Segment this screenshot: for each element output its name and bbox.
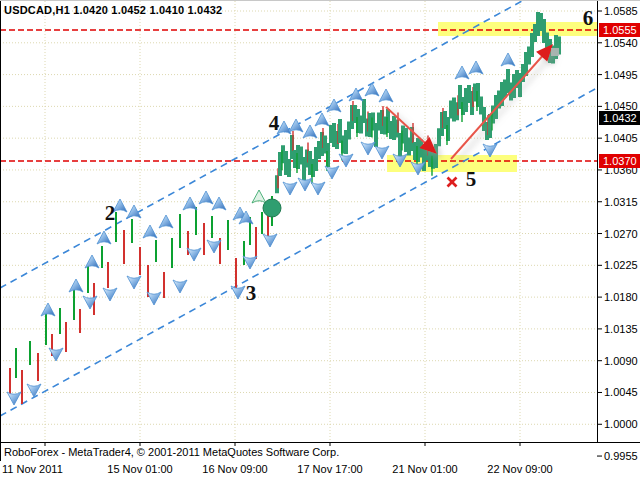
fractal-down-icon [27,384,41,397]
y-axis-label: 1.0000 [604,418,638,430]
y-axis-label: 1.0090 [604,355,638,367]
fractal-down-icon [311,182,325,195]
fractal-up-icon [69,279,83,292]
fractal-down-icon [263,234,277,247]
fractal-down-icon [103,288,117,301]
fractal-up-icon [501,53,515,66]
price-tag-label: 1.0432 [603,112,637,124]
fractal-up-icon [41,303,55,316]
fractal-down-icon [339,154,353,167]
y-axis-label: 1.0225 [604,259,638,271]
y-axis-label: 0.9955 [604,450,638,462]
wave-label: 4 [269,111,280,135]
copyright-text: RoboForex - MetaTrader4, © 2001-2011 Met… [4,446,339,458]
fractal-up-icon [252,190,266,203]
fractal-up-icon [365,83,379,96]
fractal-up-icon [455,66,469,79]
x-axis-label: 21 Nov 01:00 [392,463,457,475]
fractal-up-icon [315,113,329,126]
y-axis-label: 1.0135 [604,323,638,335]
wave-label: 5 [466,167,477,191]
x-axis-label: 16 Nov 09:00 [202,463,267,475]
fractal-up-icon [379,89,393,102]
fractal-up-icon [289,119,303,132]
fractal-up-icon [469,61,483,74]
wave-label: 6 [583,6,594,30]
y-axis-label: 1.0405 [604,132,638,144]
x-axis-label: 17 Nov 17:00 [297,463,362,475]
fractal-up-icon [85,255,99,268]
chart-title: USDCAD,H1 1.0420 1.0452 1.0410 1.0432 [4,4,222,16]
wave-label: 2 [105,201,116,225]
mt4-chart-window: USDCAD,H1 1.0420 1.0452 1.0410 1.0432 23… [0,0,640,480]
y-axis-label: 1.0450 [604,100,638,112]
wave-label: 3 [246,281,257,305]
arrow-anchor-square [551,48,559,56]
fractal-down-icon [243,256,257,269]
fractal-up-icon [183,197,197,210]
x-axis-label: 11 Nov 2011 [2,463,63,475]
fractal-up-icon [143,225,157,238]
x-axis-label: 22 Nov 09:00 [487,463,552,475]
fractal-up-icon [212,197,226,210]
trend-channel-line [0,1,522,288]
fractal-down-icon [187,248,201,261]
highlight-zone [438,22,598,36]
fractal-down-icon [127,276,141,289]
fractal-up-icon [303,125,317,138]
fractal-down-icon [7,392,21,405]
fractal-up-icon [159,215,173,228]
fractal-down-icon [325,166,339,179]
fractal-down-icon [375,146,389,159]
axes[interactable]: 1.05851.05401.04951.04501.04051.03601.03… [0,1,640,475]
fractal-down-icon [361,142,375,155]
fractal-up-icon [199,191,213,204]
fractal-down-icon [207,240,221,253]
y-axis-label: 1.0540 [604,37,638,49]
gridlines [0,1,597,442]
fractal-down-icon [173,280,187,293]
fractal-down-icon [147,292,161,305]
fractal-down-icon [283,182,297,195]
y-axis-label: 1.0315 [604,196,638,208]
fractal-down-icon [298,178,312,191]
price-tag-label: 1.0555 [603,24,637,36]
price-tag-label: 1.0370 [603,155,637,167]
x-axis-label: 15 Nov 01:00 [107,463,172,475]
y-axis-label: 1.0495 [604,69,638,81]
fractal-down-icon [231,286,245,299]
y-axis-label: 1.0585 [604,5,638,17]
price-chart-canvas[interactable]: 234561.05851.05401.04951.04501.04051.036… [0,1,640,480]
y-axis-label: 1.0180 [604,291,638,303]
entry-point-circle [263,199,281,217]
trend-channel-line [0,88,597,416]
y-axis-label: 1.0270 [604,228,638,240]
y-axis-label: 1.0045 [604,386,638,398]
